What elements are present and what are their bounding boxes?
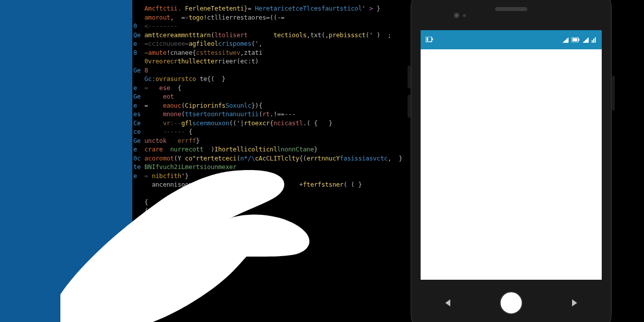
- svg-marker-12: [572, 299, 577, 306]
- network-icon: [592, 37, 597, 43]
- svg-rect-1: [427, 38, 428, 41]
- svg-marker-7: [583, 37, 589, 43]
- svg-rect-2: [432, 38, 433, 40]
- phone-frame: [411, 0, 612, 322]
- speaker-grille: [495, 7, 527, 11]
- phone-emulator: [411, 0, 612, 322]
- recent-apps-icon[interactable]: [570, 298, 579, 307]
- back-icon[interactable]: [444, 298, 453, 307]
- front-camera: [454, 13, 459, 18]
- svg-marker-11: [445, 299, 450, 306]
- status-bar: [421, 30, 602, 49]
- phone-screen[interactable]: [421, 30, 602, 280]
- svg-rect-5: [573, 38, 577, 41]
- left-panel: [0, 0, 132, 322]
- wifi-icon: [426, 37, 435, 43]
- signal-icon: [562, 37, 569, 43]
- battery-icon: [572, 37, 580, 42]
- power-button[interactable]: [612, 75, 615, 111]
- signal-icon-2: [583, 37, 589, 43]
- svg-rect-0: [426, 37, 432, 42]
- svg-rect-6: [579, 39, 580, 41]
- home-button[interactable]: [500, 291, 523, 314]
- svg-marker-3: [562, 37, 569, 43]
- svg-rect-8: [592, 40, 593, 43]
- code-editor[interactable]: Amcftctii. FerleneTetetenti}= Heretarice…: [133, 4, 395, 215]
- android-nav-bar: [421, 288, 602, 318]
- ide-and-emulator: Amcftctii. FerleneTetetenti}= Heretarice…: [0, 0, 644, 322]
- proximity-sensor: [463, 14, 466, 17]
- svg-rect-9: [593, 39, 594, 43]
- svg-rect-10: [595, 37, 596, 43]
